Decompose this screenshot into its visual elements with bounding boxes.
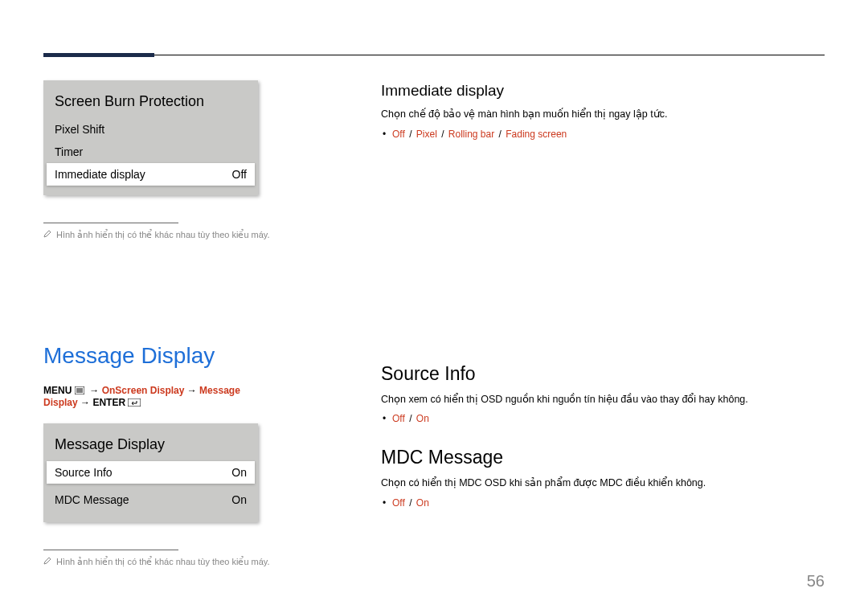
enter-icon [128,398,141,409]
page-number: 56 [807,572,825,591]
row-label: Source Info [55,466,113,479]
breadcrumb-part1: OnScreen Display [102,385,185,396]
row-value: On [231,493,247,506]
header-rule [43,55,825,55]
opt: Off [392,497,405,509]
panel-row-immediate-display[interactable]: Immediate display Off [47,163,255,186]
opt: Fading screen [506,129,567,140]
immediate-display-heading: Immediate display [381,82,825,100]
source-info-heading: Source Info [381,363,825,385]
footnote-text: Hình ảnh hiển thị có thể khác nhau tùy t… [56,230,270,240]
opt: Off [392,129,405,140]
breadcrumb-enter: ENTER [92,397,125,408]
mdc-message-options: Off / On [392,497,825,509]
footnote: Hình ảnh hiển thị có thể khác nhau tùy t… [43,557,276,567]
row-label: Timer [55,145,83,158]
row-label: Pixel Shift [55,123,104,136]
row-value: On [231,466,247,479]
opt: On [416,497,429,509]
mdc-message-desc: Chọn có hiển thị MDC OSD khi sản phẩm đư… [381,476,825,491]
panel-title: Screen Burn Protection [43,80,258,118]
panel-row-mdc-message[interactable]: MDC Message On [43,488,258,517]
row-value: Off [232,168,247,181]
row-label: Immediate display [55,168,145,181]
pencil-icon [43,230,51,238]
opt: Pixel [416,129,437,140]
svg-rect-4 [128,398,141,407]
panel-row-pixel-shift[interactable]: Pixel Shift [43,118,258,141]
panel-title: Message Display [43,423,258,461]
opt: Rolling bar [448,129,494,140]
footnote: Hình ảnh hiển thị có thể khác nhau tùy t… [43,230,276,240]
note-separator [43,550,178,550]
mdc-message-heading: MDC Message [381,447,825,468]
message-display-panel: Message Display Source Info On MDC Messa… [43,423,258,522]
immediate-display-desc: Chọn chế độ bảo vệ màn hình bạn muốn hiể… [381,108,825,122]
menu-breadcrumb: MENU → OnScreen Display → Message Displa… [43,385,276,409]
row-label: MDC Message [55,493,129,506]
right-column: Immediate display Chọn chế độ bảo vệ màn… [381,80,825,567]
section-heading: Message Display [43,343,276,369]
immediate-display-options: Off / Pixel / Rolling bar / Fading scree… [392,129,825,140]
screen-burn-protection-panel: Screen Burn Protection Pixel Shift Timer… [43,80,258,195]
left-column: Screen Burn Protection Pixel Shift Timer… [43,80,276,567]
menu-icon [75,386,84,397]
opt: On [416,413,429,424]
panel-row-source-info[interactable]: Source Info On [47,461,255,484]
note-separator [43,223,178,223]
footnote-text: Hình ảnh hiển thị có thể khác nhau tùy t… [56,557,270,567]
opt: Off [392,413,405,424]
panel-row-timer[interactable]: Timer [43,141,258,163]
source-info-options: Off / On [392,413,825,424]
content-area: Screen Burn Protection Pixel Shift Timer… [43,80,825,567]
source-info-desc: Chọn xem có hiển thị OSD nguồn khi nguồn… [381,393,825,407]
breadcrumb-menu: MENU [43,385,72,396]
pencil-icon [43,557,51,565]
header-tab [43,53,154,57]
